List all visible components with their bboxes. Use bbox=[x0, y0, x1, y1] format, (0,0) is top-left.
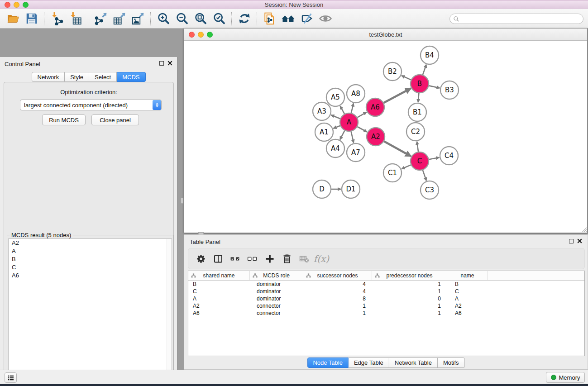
edge-A2-C[interactable] bbox=[384, 141, 411, 156]
graph-node-C[interactable]: C bbox=[411, 152, 429, 170]
search-input[interactable] bbox=[461, 15, 583, 23]
close-panel-button[interactable]: Close panel bbox=[91, 114, 139, 125]
graph-node-B3[interactable]: B3 bbox=[440, 81, 459, 99]
cell-name[interactable]: C bbox=[447, 288, 488, 295]
cell-mcds-role[interactable]: dominator bbox=[250, 281, 303, 287]
cell-predecessor-nodes[interactable]: 1 bbox=[372, 288, 447, 295]
create-column-button[interactable] bbox=[262, 250, 278, 267]
mcds-result-item[interactable]: C bbox=[9, 263, 172, 272]
table-row[interactable]: Cdominator41C bbox=[188, 288, 584, 295]
graph-node-B2[interactable]: B2 bbox=[383, 62, 402, 81]
graph-node-A4[interactable]: A4 bbox=[326, 139, 344, 157]
table-row[interactable]: Adominator80A bbox=[188, 295, 584, 302]
table-mode-button[interactable] bbox=[193, 250, 209, 267]
graph-node-A3[interactable]: A3 bbox=[313, 102, 331, 120]
edge-C-C1[interactable] bbox=[402, 165, 411, 169]
show-hide-panels-button[interactable] bbox=[316, 10, 335, 27]
cell-successor-nodes[interactable]: 4 bbox=[303, 281, 372, 287]
criterion-select[interactable]: largest connected component (directed) bbox=[20, 100, 162, 110]
graph-node-C2[interactable]: C2 bbox=[406, 123, 425, 141]
graph-node-C3[interactable]: C3 bbox=[421, 181, 439, 199]
edge-A-A2[interactable] bbox=[357, 127, 367, 132]
tab-style[interactable]: Style bbox=[65, 72, 89, 82]
show-columns-button[interactable] bbox=[210, 250, 226, 267]
edge-A-A6[interactable] bbox=[357, 112, 367, 118]
cell-predecessor-nodes[interactable]: 1 bbox=[372, 310, 447, 316]
column-header-predecessor-nodes[interactable]: predecessor nodes bbox=[372, 271, 447, 280]
resize-grip[interactable] bbox=[580, 226, 587, 232]
table-tab-motifs[interactable]: Motifs bbox=[438, 357, 465, 368]
graph-node-A1[interactable]: A1 bbox=[315, 123, 333, 141]
cell-name[interactable]: A6 bbox=[447, 310, 488, 316]
edge-A-A1[interactable] bbox=[333, 126, 340, 129]
graph-node-C1[interactable]: C1 bbox=[383, 164, 402, 182]
table-tab-network-table[interactable]: Network Table bbox=[389, 357, 438, 368]
float-table-panel-icon[interactable] bbox=[569, 239, 574, 243]
column-header-mcds-role[interactable]: MCDS role bbox=[250, 271, 303, 280]
cell-shared-name[interactable]: A2 bbox=[188, 303, 250, 309]
close-table-panel-icon[interactable] bbox=[577, 238, 582, 243]
network-canvas[interactable]: AA1A2A3A4A5A6A7A8BB1B2B3B4CC1C2C3C4DD1 bbox=[184, 41, 587, 233]
edge-C-C2[interactable] bbox=[417, 142, 418, 152]
mcds-result-item[interactable]: A6 bbox=[9, 272, 172, 280]
edge-B-B2[interactable] bbox=[402, 76, 411, 80]
mcds-result-item[interactable]: A2 bbox=[9, 239, 172, 247]
tab-select[interactable]: Select bbox=[89, 72, 117, 82]
cell-shared-name[interactable]: B bbox=[188, 281, 250, 287]
cell-shared-name[interactable]: C bbox=[188, 288, 250, 295]
apply-layout-button[interactable] bbox=[235, 10, 253, 27]
edge-B-B1[interactable] bbox=[418, 93, 419, 102]
graph-node-A5[interactable]: A5 bbox=[326, 88, 344, 106]
tab-mcds[interactable]: MCDS bbox=[117, 72, 145, 82]
mcds-result-item[interactable]: B bbox=[9, 255, 172, 263]
tab-network[interactable]: Network bbox=[31, 72, 65, 82]
cell-name[interactable]: A bbox=[447, 295, 488, 302]
cell-shared-name[interactable]: A bbox=[188, 295, 250, 302]
graph-node-D1[interactable]: D1 bbox=[342, 180, 360, 198]
cell-predecessor-nodes[interactable]: 0 bbox=[372, 295, 447, 302]
save-session-button[interactable] bbox=[22, 10, 41, 27]
delete-table-button[interactable] bbox=[296, 250, 312, 267]
list-scrollbar[interactable] bbox=[167, 239, 172, 386]
column-header-shared-name[interactable]: shared name bbox=[188, 271, 250, 280]
graph-node-B4[interactable]: B4 bbox=[421, 46, 439, 64]
cell-successor-nodes[interactable]: 1 bbox=[303, 303, 372, 309]
cell-shared-name[interactable]: A6 bbox=[188, 310, 250, 316]
reset-view-button[interactable] bbox=[279, 10, 297, 27]
run-mcds-button[interactable]: Run MCDS bbox=[42, 114, 86, 125]
table-tab-node-table[interactable]: Node Table bbox=[307, 357, 349, 368]
graph-node-D[interactable]: D bbox=[313, 180, 331, 198]
float-panel-icon[interactable] bbox=[159, 61, 164, 66]
zoom-selected-button[interactable] bbox=[210, 10, 228, 27]
graph-node-A8[interactable]: A8 bbox=[347, 85, 365, 103]
graph-node-A[interactable]: A bbox=[340, 113, 358, 131]
cell-mcds-role[interactable]: dominator bbox=[250, 295, 303, 302]
mcds-result-item[interactable]: A bbox=[9, 247, 172, 255]
vertical-scroll-handle[interactable] bbox=[181, 198, 183, 204]
cell-name[interactable]: B bbox=[447, 281, 488, 287]
edge-C-C4[interactable] bbox=[429, 157, 440, 159]
cell-successor-nodes[interactable]: 1 bbox=[303, 310, 372, 316]
edge-A-A4[interactable] bbox=[340, 131, 344, 140]
edge-A-A7[interactable] bbox=[351, 131, 354, 143]
edge-B-B4[interactable] bbox=[423, 65, 426, 75]
edge-A-A8[interactable] bbox=[351, 103, 354, 113]
cell-predecessor-nodes[interactable]: 1 bbox=[372, 303, 447, 309]
zoom-out-button[interactable] bbox=[172, 10, 191, 27]
cell-mcds-role[interactable]: dominator bbox=[250, 288, 303, 295]
delete-columns-button[interactable] bbox=[279, 250, 295, 267]
graph-node-B[interactable]: B bbox=[411, 75, 429, 93]
graph-node-B1[interactable]: B1 bbox=[408, 103, 426, 121]
search-field[interactable] bbox=[449, 14, 583, 24]
unselect-all-columns-button[interactable] bbox=[244, 250, 261, 267]
edge-A6-B[interactable] bbox=[384, 88, 411, 103]
task-history-button[interactable] bbox=[5, 372, 17, 383]
zoom-in-button[interactable] bbox=[154, 10, 172, 27]
table-row[interactable]: Bdominator41B bbox=[188, 281, 584, 288]
column-header-name[interactable]: name bbox=[447, 271, 488, 280]
edge-A-A3[interactable] bbox=[331, 115, 340, 119]
export-image-button[interactable] bbox=[129, 10, 147, 27]
edge-C-C3[interactable] bbox=[423, 170, 426, 181]
graph-node-A6[interactable]: A6 bbox=[366, 98, 384, 116]
edge-A-A5[interactable] bbox=[340, 106, 344, 114]
